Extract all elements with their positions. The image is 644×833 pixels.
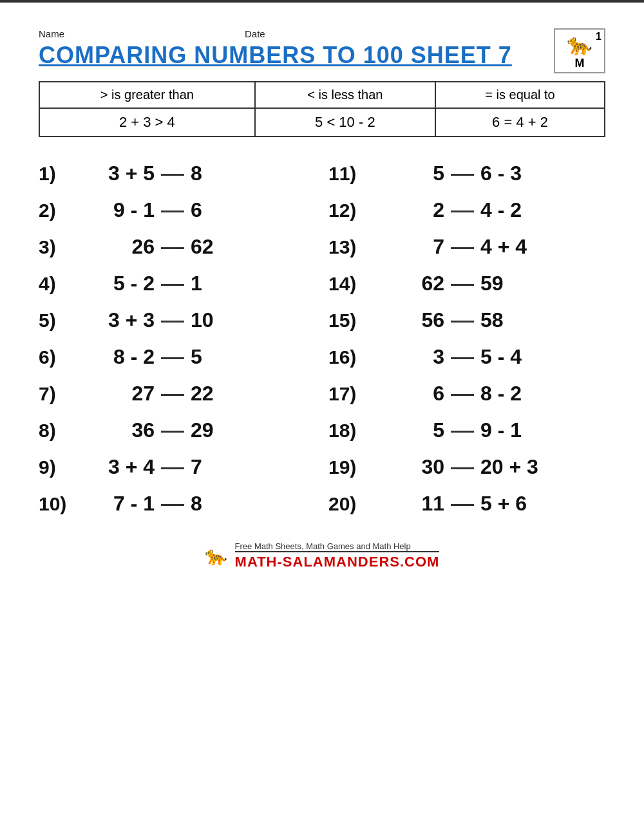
- problem-row: 5) 3 + 3 10: [39, 302, 316, 339]
- footer-brand-rest: ATH-SALAMANDERS.COM: [247, 554, 439, 570]
- problem-left-value: 3 + 3: [77, 308, 155, 332]
- problem-number: 7): [39, 383, 77, 405]
- problem-row: 14) 62 59: [328, 265, 605, 302]
- problem-right-value: 8 - 2: [480, 382, 538, 406]
- problem-number: 8): [39, 420, 77, 442]
- problem-row: 10) 7 - 1 8: [39, 485, 316, 522]
- problem-right-value: 29: [191, 418, 249, 442]
- problem-row: 20) 11 5 + 6: [328, 485, 605, 522]
- reference-table: > is greater than < is less than = is eq…: [39, 81, 605, 137]
- answer-blank[interactable]: [161, 319, 184, 323]
- problem-left-value: 36: [77, 418, 155, 442]
- ref-example-equal: 6 = 4 + 2: [435, 108, 605, 136]
- answer-blank[interactable]: [451, 319, 474, 323]
- problem-right-value: 7: [191, 455, 249, 479]
- problem-number: 19): [328, 456, 367, 478]
- problem-left-value: 7 - 1: [77, 492, 155, 516]
- problem-number: 6): [39, 346, 77, 368]
- problem-left-value: 11: [367, 492, 444, 516]
- answer-blank[interactable]: [161, 392, 184, 396]
- problem-number: 3): [39, 236, 77, 258]
- problem-right-value: 58: [480, 308, 538, 332]
- answer-blank[interactable]: [451, 429, 474, 433]
- header-left: Name Date COMPARING NUMBERS TO 100 SHEET…: [39, 28, 512, 69]
- answer-blank[interactable]: [451, 465, 474, 469]
- answer-blank[interactable]: [161, 429, 184, 433]
- footer-text: Free Math Sheets, Math Games and Math He…: [235, 541, 440, 570]
- name-label: Name: [39, 28, 64, 39]
- answer-blank[interactable]: [451, 392, 474, 396]
- title-row: COMPARING NUMBERS TO 100 SHEET 7: [39, 42, 512, 69]
- answer-blank[interactable]: [161, 502, 184, 506]
- problem-right-value: 20 + 3: [480, 455, 538, 479]
- problem-row: 1) 3 + 5 8: [39, 155, 316, 192]
- answer-blank[interactable]: [451, 355, 474, 359]
- problem-number: 5): [39, 310, 77, 332]
- logo-letter: M: [575, 57, 585, 70]
- problem-left-value: 7: [367, 235, 444, 259]
- problem-right-value: 6 - 3: [480, 162, 538, 185]
- problem-right-value: 4 + 4: [480, 235, 538, 259]
- answer-blank[interactable]: [161, 355, 184, 359]
- problem-row: 11) 5 6 - 3: [328, 155, 605, 192]
- answer-blank[interactable]: [451, 502, 474, 506]
- problem-number: 9): [39, 456, 77, 478]
- answer-blank[interactable]: [451, 245, 474, 249]
- ref-header-less: < is less than: [255, 82, 435, 108]
- problem-right-value: 8: [191, 492, 249, 516]
- answer-blank[interactable]: [161, 209, 184, 212]
- problem-right-value: 59: [480, 272, 538, 295]
- problem-left-value: 26: [77, 235, 155, 259]
- problem-right-value: 22: [191, 382, 249, 406]
- answer-blank[interactable]: [161, 282, 184, 286]
- problem-number: 13): [328, 236, 367, 258]
- problem-row: 13) 7 4 + 4: [328, 229, 605, 265]
- problem-number: 16): [328, 346, 367, 368]
- problem-left-value: 3: [367, 345, 444, 369]
- problem-number: 1): [39, 163, 77, 185]
- problem-row: 18) 5 9 - 1: [328, 412, 605, 449]
- answer-blank[interactable]: [161, 172, 184, 176]
- problems-grid: 1) 3 + 5 8 11) 5 6 - 3 2) 9 - 1 6 12) 2 …: [39, 155, 605, 522]
- problem-row: 15) 56 58: [328, 302, 605, 339]
- answer-blank[interactable]: [451, 172, 474, 176]
- problem-right-value: 1: [191, 272, 249, 295]
- problem-row: 4) 5 - 2 1: [39, 265, 316, 302]
- problem-row: 19) 30 20 + 3: [328, 449, 605, 485]
- problem-row: 7) 27 22: [39, 375, 316, 412]
- problem-row: 8) 36 29: [39, 412, 316, 449]
- name-date-row: Name Date: [39, 28, 512, 39]
- problem-right-value: 6: [191, 198, 249, 222]
- problem-left-value: 9 - 1: [77, 198, 155, 222]
- problem-row: 9) 3 + 4 7: [39, 449, 316, 485]
- main-title: COMPARING NUMBERS TO 100 SHEET 7: [39, 42, 512, 69]
- problem-left-value: 56: [367, 308, 444, 332]
- problem-number: 10): [39, 493, 77, 515]
- answer-blank[interactable]: [451, 209, 474, 212]
- page: Name Date COMPARING NUMBERS TO 100 SHEET…: [0, 0, 644, 833]
- ref-example-less: 5 < 10 - 2: [255, 108, 435, 136]
- problem-left-value: 5: [367, 418, 444, 442]
- problem-right-value: 10: [191, 308, 249, 332]
- problem-left-value: 6: [367, 382, 444, 406]
- problem-row: 17) 6 8 - 2: [328, 375, 605, 412]
- problem-left-value: 5: [367, 162, 444, 185]
- footer-logo-icon: 🐆: [205, 545, 227, 566]
- problem-number: 12): [328, 200, 367, 221]
- problem-right-value: 5: [191, 345, 249, 369]
- problem-row: 3) 26 62: [39, 229, 316, 265]
- problem-row: 12) 2 4 - 2: [328, 192, 605, 229]
- problem-number: 15): [328, 310, 367, 332]
- answer-blank[interactable]: [161, 245, 184, 249]
- problem-left-value: 3 + 4: [77, 455, 155, 479]
- problem-right-value: 5 - 4: [480, 345, 538, 369]
- footer-brand: MATH-SALAMANDERS.COM: [235, 551, 440, 570]
- problem-right-value: 8: [191, 162, 249, 185]
- problem-number: 20): [328, 493, 367, 515]
- answer-blank[interactable]: [161, 465, 184, 469]
- problem-row: 2) 9 - 1 6: [39, 192, 316, 229]
- answer-blank[interactable]: [451, 282, 474, 286]
- problem-left-value: 62: [367, 272, 444, 295]
- problem-number: 11): [328, 163, 367, 185]
- problem-row: 16) 3 5 - 4: [328, 339, 605, 375]
